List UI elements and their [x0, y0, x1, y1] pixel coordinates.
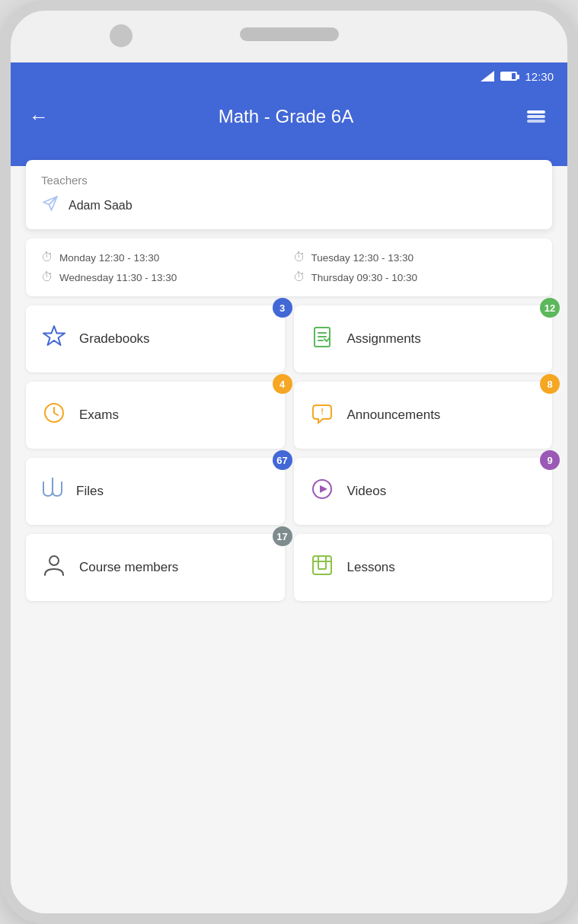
- course-members-label: Course members: [79, 560, 178, 575]
- teachers-card: Teachers Adam Saab: [26, 160, 552, 229]
- svg-rect-10: [313, 556, 331, 574]
- assignments-label: Assignments: [347, 331, 421, 347]
- badge-gradebooks: 3: [273, 298, 292, 318]
- teacher-row: Adam Saab: [41, 194, 537, 217]
- teacher-plane-icon: [41, 194, 59, 217]
- phone-camera: [110, 24, 133, 47]
- clock-icon-2: ⏱: [293, 251, 305, 264]
- announcements-icon: !: [309, 400, 335, 431]
- clock-icon-1: ⏱: [41, 251, 53, 264]
- badge-videos: 9: [540, 450, 560, 470]
- svg-point-9: [49, 556, 59, 565]
- phone-frame: 12:30 ← Math - Grade 6A Teachers: [0, 0, 578, 924]
- schedule-tuesday-text: Tuesday 12:30 - 13:30: [311, 252, 414, 264]
- phone-speaker: [240, 27, 339, 41]
- schedule-item-monday: ⏱ Monday 12:30 - 13:30: [41, 251, 286, 264]
- menu-card-gradebooks[interactable]: 3 Gradebooks: [26, 305, 285, 372]
- menu-card-files[interactable]: 67 Files: [26, 458, 285, 525]
- layers-icon: [522, 103, 550, 130]
- screen: 12:30 ← Math - Grade 6A Teachers: [11, 62, 567, 913]
- announcements-label: Announcements: [347, 408, 441, 423]
- files-label: Files: [76, 484, 104, 499]
- lessons-icon: [309, 552, 335, 583]
- exams-label: Exams: [79, 408, 119, 423]
- schedule-item-wednesday: ⏱ Wednesday 11:30 - 13:30: [41, 270, 286, 284]
- course-members-icon: [41, 552, 67, 583]
- svg-rect-3: [527, 110, 545, 114]
- badge-exams: 4: [273, 374, 292, 394]
- videos-label: Videos: [347, 484, 387, 499]
- schedule-thursday-text: Thursday 09:30 - 10:30: [311, 272, 418, 283]
- schedule-item-tuesday: ⏱ Tuesday 12:30 - 13:30: [293, 251, 538, 264]
- star-icon: [41, 323, 67, 355]
- teachers-label: Teachers: [41, 174, 537, 187]
- status-icons: [481, 71, 517, 82]
- svg-rect-2: [527, 115, 545, 118]
- menu-card-lessons[interactable]: Lessons: [294, 534, 553, 601]
- lessons-label: Lessons: [347, 560, 395, 575]
- badge-announcements: 8: [540, 374, 560, 394]
- status-bar: 12:30: [11, 62, 567, 90]
- files-icon: [41, 476, 64, 507]
- menu-grid: 3 Gradebooks 12: [11, 305, 567, 601]
- svg-rect-1: [527, 120, 545, 123]
- app-header: ← Math - Grade 6A: [11, 90, 567, 148]
- videos-icon: [309, 476, 335, 507]
- svg-marker-0: [481, 71, 494, 82]
- menu-card-videos[interactable]: 9 Videos: [294, 458, 553, 525]
- menu-card-announcements[interactable]: 8 ! Announcements: [294, 382, 553, 449]
- layers-button[interactable]: [520, 101, 552, 133]
- status-time: 12:30: [525, 70, 554, 83]
- badge-files: 67: [273, 450, 292, 470]
- back-button[interactable]: ←: [26, 102, 52, 132]
- menu-card-course-members[interactable]: 17 Course members: [26, 534, 285, 601]
- signal-icon: [481, 71, 494, 82]
- schedule-wednesday-text: Wednesday 11:30 - 13:30: [59, 272, 177, 283]
- schedule-monday-text: Monday 12:30 - 13:30: [59, 252, 159, 264]
- schedule-card: ⏱ Monday 12:30 - 13:30 ⏱ Tuesday 12:30 -…: [26, 238, 552, 296]
- menu-card-assignments[interactable]: 12 Assignments: [294, 305, 553, 372]
- page-title: Math - Grade 6A: [52, 106, 520, 127]
- schedule-grid: ⏱ Monday 12:30 - 13:30 ⏱ Tuesday 12:30 -…: [41, 251, 537, 284]
- exams-icon: [41, 400, 67, 431]
- gradebooks-label: Gradebooks: [79, 331, 150, 347]
- schedule-item-thursday: ⏱ Thursday 09:30 - 10:30: [293, 270, 538, 284]
- svg-rect-11: [318, 561, 326, 569]
- clock-icon-4: ⏱: [293, 270, 305, 284]
- battery-icon: [500, 72, 517, 81]
- menu-card-exams[interactable]: 4 Exams: [26, 382, 285, 449]
- svg-marker-8: [320, 485, 327, 493]
- clock-icon-3: ⏱: [41, 270, 53, 284]
- svg-text:!: !: [321, 407, 324, 416]
- badge-assignments: 12: [540, 298, 560, 318]
- teacher-name: Adam Saab: [69, 199, 133, 213]
- assignments-icon: [309, 324, 335, 355]
- badge-course-members: 17: [273, 526, 292, 546]
